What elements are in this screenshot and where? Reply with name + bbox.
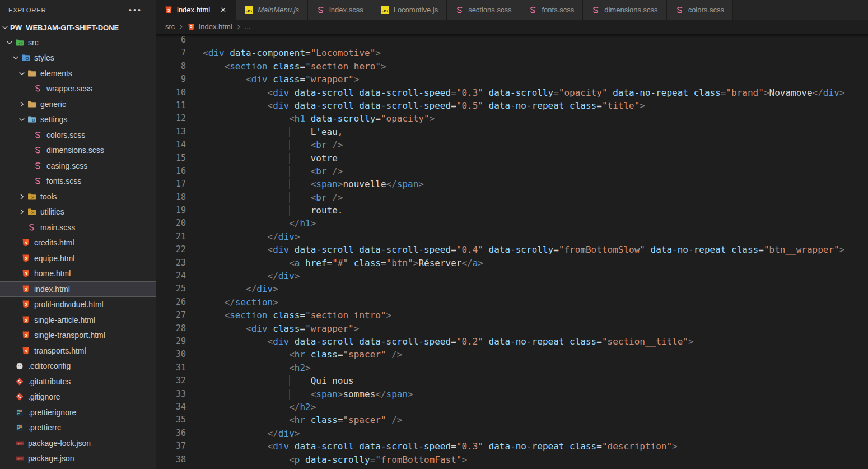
code-line-9[interactable]: 9 <div class="wrapper">: [156, 73, 868, 86]
tab-label: index.html: [177, 6, 210, 14]
tree-item-main.scss[interactable]: main.scss: [0, 220, 156, 235]
git-icon: [15, 377, 24, 386]
code-text: votre: [203, 152, 338, 165]
tree-item-profil-individuel.html[interactable]: 5profil-individuel.html: [0, 297, 156, 313]
tree-item-credits.html[interactable]: 5credits.html: [0, 235, 156, 251]
tab-dimensions.scss[interactable]: dimensions.scss: [583, 0, 666, 20]
code-line-10[interactable]: 10 <div data-scroll data-scroll-speed="0…: [156, 86, 868, 99]
tree-item-package-lock.json[interactable]: npmpackage-lock.json: [0, 435, 156, 451]
line-number: 28: [156, 322, 186, 335]
code-line-11[interactable]: 11 <div data-scroll data-scroll-speed="0…: [156, 99, 868, 112]
tree-item-fonts.scss[interactable]: fonts.scss: [0, 174, 156, 189]
tree-item-wrapper.scss[interactable]: wrapper.scss: [0, 81, 156, 97]
tab-Locomotive.js[interactable]: JSLocomotive.js: [372, 0, 447, 20]
line-number: 14: [156, 138, 186, 151]
code-line-12[interactable]: 12 <h1 data-scrolly="opacity">: [156, 112, 868, 125]
code-line-15[interactable]: 15 votre: [156, 152, 868, 165]
code-line-28[interactable]: 28 <div class="wrapper">: [156, 322, 868, 335]
code-line-34[interactable]: 34 </h2>: [156, 401, 868, 414]
sass-icon: [675, 6, 684, 15]
code-line-19[interactable]: 19 route.: [156, 204, 868, 217]
code-line-23[interactable]: 23 <a href="#" class="btn">Réserver</a>: [156, 257, 868, 270]
line-number: 15: [156, 152, 186, 165]
code-lines: 67<div data-component="Locomotive">8 <se…: [156, 34, 868, 466]
code-line-18[interactable]: 18 <br />: [156, 191, 868, 204]
root-folder-row[interactable]: PW_WEBJAM-GIT-SHIFT-DONE: [0, 20, 156, 35]
file-label: transports.html: [34, 346, 86, 355]
svg-text:5: 5: [24, 317, 26, 322]
code-line-33[interactable]: 33 <span>sommes</span>: [156, 388, 868, 401]
folder-generic-icon: [27, 100, 36, 109]
code-line-25[interactable]: 25 </div>: [156, 282, 868, 295]
code-line-31[interactable]: 31 <h2>: [156, 361, 868, 374]
tab-colors.scss[interactable]: colors.scss: [667, 0, 733, 20]
code-line-21[interactable]: 21 </div>: [156, 230, 868, 243]
tree-item-colors.scss[interactable]: colors.scss: [0, 127, 156, 143]
tree-item-package.json[interactable]: npmpackage.json: [0, 451, 156, 467]
close-icon[interactable]: [218, 6, 227, 15]
tree-item-.editorconfig[interactable]: .editorconfig: [0, 359, 156, 374]
folder-src-icon: [15, 38, 24, 47]
code-line-13[interactable]: 13 L'eau,: [156, 126, 868, 138]
tab-sections.scss[interactable]: sections.scss: [447, 0, 520, 20]
tree-item-.prettierrc[interactable]: .prettierrc: [0, 420, 156, 436]
code-line-16[interactable]: 16 <br />: [156, 165, 868, 178]
code-line-20[interactable]: 20 </h1>: [156, 217, 868, 230]
breadcrumb-item-index.html[interactable]: 5index.html: [187, 22, 232, 31]
tree-item-src[interactable]: src: [0, 35, 156, 50]
tab-index.html[interactable]: 5index.html: [156, 0, 236, 20]
code-line-30[interactable]: 30 <hr class="spacer" />: [156, 348, 868, 361]
tree-item-dimensions.scss[interactable]: dimensions.scss: [0, 143, 156, 159]
explorer-more-actions-icon[interactable]: • • •: [129, 7, 141, 13]
tree-item-tools[interactable]: tools: [0, 189, 156, 205]
npm-icon: npm: [15, 439, 24, 448]
tree-item-styles[interactable]: styles: [0, 50, 156, 66]
tree-item-transports.html[interactable]: 5transports.html: [0, 343, 156, 359]
tab-index.scss[interactable]: index.scss: [308, 0, 372, 20]
code-line-32[interactable]: 32 Qui nous: [156, 374, 868, 387]
tab-MainMenu.js[interactable]: JSMainMenu.js: [236, 0, 308, 20]
tree-item-.gitignore[interactable]: .gitignore: [0, 389, 156, 405]
code-line-37[interactable]: 37 <div data-scroll data-scroll-speed="0…: [156, 440, 868, 453]
tree-item-equipe.html[interactable]: 5equipe.html: [0, 250, 156, 266]
code-line-8[interactable]: 8 <section class="section hero">: [156, 60, 868, 73]
tree-item-generic[interactable]: generic: [0, 96, 156, 112]
code-line-29[interactable]: 29 <div data-scroll data-scroll-speed="0…: [156, 335, 868, 348]
file-tree: srcstyleselementswrapper.scssgenericsett…: [0, 35, 156, 466]
tree-item-single-article.html[interactable]: 5single-article.html: [0, 312, 156, 328]
code-line-22[interactable]: 22 <div data-scroll data-scroll-speed="0…: [156, 243, 868, 256]
tree-item-utilities[interactable]: utilities: [0, 205, 156, 220]
tree-item-single-transport.html[interactable]: 5single-transport.html: [0, 328, 156, 343]
code-line-35[interactable]: 35 <hr class="spacer" />: [156, 414, 868, 426]
tree-item-settings[interactable]: settings: [0, 112, 156, 128]
indent-spacer: [4, 392, 15, 401]
tab-fonts.scss[interactable]: fonts.scss: [520, 0, 583, 20]
code-line-14[interactable]: 14 <br />: [156, 138, 868, 151]
chevron-down-icon: [0, 23, 10, 32]
breadcrumb-item-src[interactable]: src: [165, 22, 175, 31]
breadcrumb-item-...[interactable]: ...: [245, 22, 251, 31]
tree-item-easing.scss[interactable]: easing.scss: [0, 158, 156, 174]
code-line-6[interactable]: 6: [156, 34, 868, 47]
line-number: 33: [156, 388, 186, 401]
code-line-27[interactable]: 27 <section class="section intro">: [156, 309, 868, 322]
code-line-38[interactable]: 38 <p data-scrolly="fromBottomFast">: [156, 453, 868, 466]
tree-item-home.html[interactable]: 5home.html: [0, 266, 156, 282]
code-line-24[interactable]: 24 </div>: [156, 270, 868, 282]
tree-item-.prettierignore[interactable]: .prettierignore: [0, 405, 156, 420]
chevron-down-icon: [4, 38, 15, 47]
file-label: .prettierignore: [28, 408, 76, 417]
code-text: <div data-scroll data-scroll-speed="0.2"…: [203, 335, 694, 348]
code-editor[interactable]: 67<div data-component="Locomotive">8 <se…: [156, 34, 868, 469]
tree-item-.gitattributes[interactable]: .gitattributes: [0, 374, 156, 389]
line-number: 10: [156, 86, 186, 99]
tree-item-elements[interactable]: elements: [0, 66, 156, 81]
code-line-26[interactable]: 26 </section>: [156, 296, 868, 309]
sass-icon: [316, 6, 325, 15]
line-number: 29: [156, 335, 186, 348]
code-line-7[interactable]: 7<div data-component="Locomotive">: [156, 47, 868, 59]
tree-item-index.html[interactable]: 5index.html: [0, 281, 156, 297]
line-number: 13: [156, 126, 186, 138]
code-line-36[interactable]: 36 </div>: [156, 427, 868, 440]
code-line-17[interactable]: 17 <span>nouvelle</span>: [156, 178, 868, 191]
